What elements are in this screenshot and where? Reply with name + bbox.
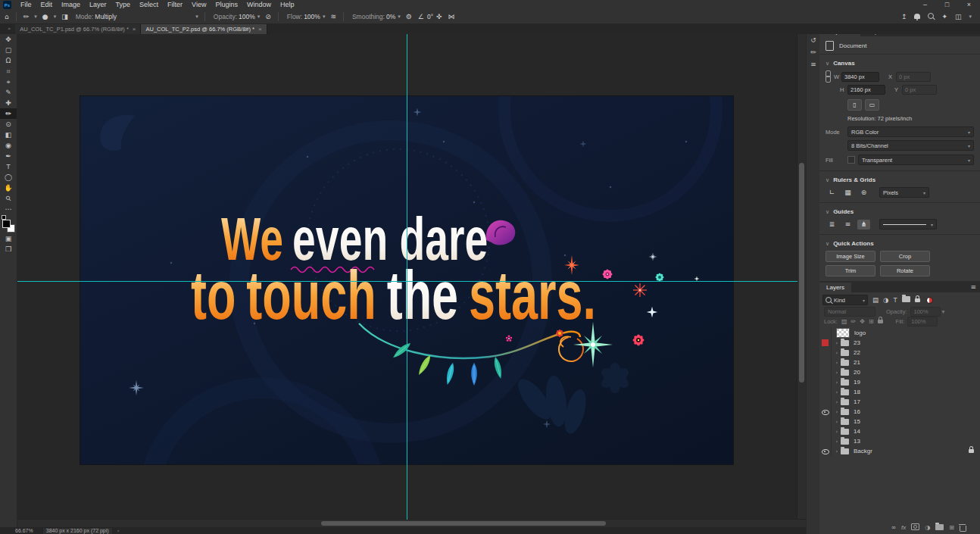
horizontal-guide[interactable]: [17, 281, 797, 282]
layer-visibility-toggle[interactable]: [819, 367, 832, 377]
tab-layers[interactable]: Layers: [819, 283, 851, 292]
filter-kind-select[interactable]: Kind ▾: [822, 295, 868, 305]
guide-layout-icon[interactable]: ≣: [826, 220, 838, 230]
canvas-height-input[interactable]: 2160 px: [847, 85, 885, 95]
share-icon[interactable]: ↥: [901, 13, 907, 20]
opacity-value[interactable]: 100%: [239, 13, 255, 20]
airbrush-icon[interactable]: ≋: [330, 13, 336, 20]
expand-group-icon[interactable]: ›: [833, 429, 841, 435]
chevron-down-icon[interactable]: ▾: [257, 14, 261, 20]
filter-group-icon[interactable]: [902, 296, 910, 304]
rulers-grids-section-header[interactable]: ∨ Rulers & Grids: [819, 174, 980, 186]
snap-icon[interactable]: ⊛: [857, 188, 870, 198]
menu-type[interactable]: Type: [111, 0, 136, 10]
search-icon[interactable]: [928, 13, 934, 20]
vertical-guide[interactable]: [407, 34, 407, 520]
filter-toggle[interactable]: [926, 297, 933, 304]
adjustment-layer-icon[interactable]: ◑: [925, 524, 930, 531]
filter-lock-icon[interactable]: [915, 296, 920, 304]
chevron-down-icon[interactable]: ▾: [969, 14, 972, 20]
trim-button[interactable]: Trim: [826, 265, 875, 276]
menu-image[interactable]: Image: [57, 0, 85, 10]
crop-button[interactable]: Crop: [880, 251, 930, 262]
link-dimensions-icon[interactable]: [826, 70, 831, 83]
lock-artboard-icon[interactable]: ⊞: [869, 318, 874, 325]
brush-angle-value[interactable]: 0°: [427, 13, 433, 20]
expand-group-icon[interactable]: ›: [833, 379, 841, 386]
expand-group-icon[interactable]: ›: [833, 399, 841, 405]
close-tab-icon[interactable]: ×: [258, 26, 262, 33]
lock-all-icon[interactable]: [878, 318, 883, 325]
toggle-brush-panel-icon[interactable]: ◨: [61, 13, 68, 20]
layer-visibility-toggle[interactable]: [819, 377, 832, 387]
brush-size-preview-icon[interactable]: ●: [42, 13, 48, 20]
quick-actions-section-header[interactable]: ∨ Quick Actions: [819, 238, 980, 249]
maximize-button[interactable]: □: [936, 0, 958, 10]
layer-visibility-toggle[interactable]: [819, 436, 832, 446]
discover-icon[interactable]: ✦: [941, 13, 947, 20]
quick-mask-icon[interactable]: ▣: [0, 233, 17, 244]
layer-row-group-20[interactable]: › 20: [819, 367, 980, 377]
close-tab-icon[interactable]: ×: [133, 26, 136, 33]
clone-stamp-tool[interactable]: ⊙: [0, 119, 17, 130]
ruler-icon[interactable]: ∟: [826, 188, 838, 198]
image-size-button[interactable]: Image Size: [826, 251, 875, 262]
delete-layer-icon[interactable]: [954, 521, 966, 534]
layer-thumbnail[interactable]: [836, 328, 850, 338]
type-tool[interactable]: T: [0, 161, 17, 172]
layer-row-group-18[interactable]: › 18: [819, 387, 980, 397]
blend-mode-select[interactable]: Multiply: [95, 13, 193, 20]
grid-icon[interactable]: ▦: [841, 188, 854, 198]
eyedropper-tool[interactable]: ✎: [0, 87, 17, 98]
expand-group-icon[interactable]: ›: [833, 360, 841, 366]
hand-tool[interactable]: ✋: [0, 183, 17, 193]
units-select[interactable]: Pixels ▾: [879, 187, 929, 198]
menu-edit[interactable]: Edit: [36, 0, 58, 10]
layer-visibility-toggle[interactable]: [819, 338, 832, 348]
menu-window[interactable]: Window: [242, 0, 276, 10]
chevron-down-icon[interactable]: ▾: [323, 14, 326, 20]
gradient-tool[interactable]: ◧: [0, 130, 17, 140]
horizontal-scrollbar-thumb[interactable]: [321, 521, 606, 526]
menu-filter[interactable]: Filter: [163, 0, 187, 10]
guide-snap-icon[interactable]: ⋔: [857, 220, 870, 230]
expand-group-icon[interactable]: ›: [833, 439, 841, 445]
object-selection-tool[interactable]: ⌖: [0, 77, 17, 87]
menu-plugins[interactable]: Plugins: [211, 0, 242, 10]
filter-type-icon[interactable]: T: [893, 296, 897, 304]
orientation-portrait-button[interactable]: ▯: [847, 99, 862, 111]
color-swatches[interactable]: [0, 217, 17, 233]
layer-row-group-14[interactable]: › 14: [819, 426, 980, 436]
smudge-tool[interactable]: ◉: [0, 140, 17, 151]
marquee-tool[interactable]: ▢: [0, 45, 17, 55]
layer-row-group-21[interactable]: › 21: [819, 358, 980, 367]
menu-layer[interactable]: Layer: [85, 0, 111, 10]
filter-adjustment-icon[interactable]: ◑: [883, 296, 888, 304]
smoothing-value[interactable]: 0%: [386, 13, 395, 20]
lock-pixels-icon[interactable]: ✏: [851, 318, 857, 325]
expand-group-icon[interactable]: ›: [833, 419, 841, 425]
layer-row-group-23[interactable]: › 23: [819, 338, 980, 348]
layer-visibility-toggle[interactable]: [819, 417, 832, 426]
new-layer-icon[interactable]: ⊞: [949, 524, 954, 531]
edit-toolbar-icon[interactable]: ⋯: [0, 204, 17, 214]
lasso-tool[interactable]: Ω: [0, 55, 17, 66]
guide-spacing-icon[interactable]: ≡: [841, 220, 854, 230]
layer-visibility-toggle[interactable]: [819, 358, 832, 367]
expand-group-icon[interactable]: ›: [833, 409, 841, 415]
layer-row-background[interactable]: › Backgr: [819, 446, 980, 456]
brush-settings-icon[interactable]: ✏: [807, 46, 820, 58]
home-icon[interactable]: ⌂: [5, 13, 9, 20]
new-group-icon[interactable]: [935, 524, 944, 532]
orientation-landscape-button[interactable]: ▭: [865, 99, 879, 111]
screen-mode-icon[interactable]: ❒: [0, 244, 17, 255]
layer-row-group-17[interactable]: › 17: [819, 397, 980, 407]
close-button[interactable]: ×: [958, 0, 980, 10]
fill-select[interactable]: Transparent ▾: [858, 155, 974, 165]
layer-visibility-toggle[interactable]: [819, 387, 832, 397]
zoom-tool[interactable]: ⚲: [4, 194, 13, 203]
expand-group-icon[interactable]: ›: [833, 389, 841, 395]
menu-file[interactable]: File: [16, 0, 36, 10]
canvas-section-header[interactable]: ∨ Canvas: [819, 58, 980, 69]
pen-tool[interactable]: ✒: [0, 151, 17, 161]
